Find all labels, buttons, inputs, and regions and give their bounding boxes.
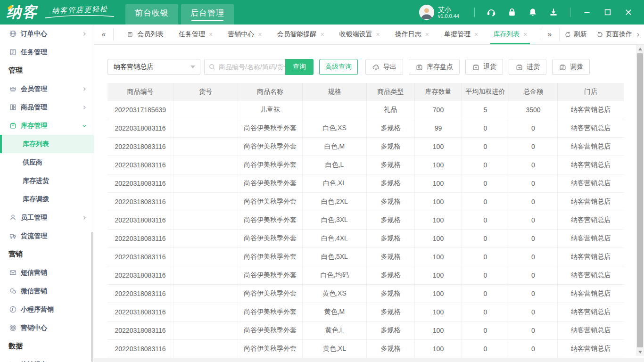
- table-cell: 0: [509, 266, 558, 285]
- return-button[interactable]: 退货: [465, 59, 503, 75]
- tab-label: 操作日志: [395, 30, 421, 39]
- tab-close-icon[interactable]: ×: [209, 31, 213, 38]
- tab-document-mgmt[interactable]: 单据管理×: [437, 25, 486, 44]
- sidebar-subitem-inventory-transfer[interactable]: 库存调拨: [0, 190, 94, 208]
- sidebar-item-label: 会员管理: [21, 85, 82, 93]
- content: 纳客营销总店 查询 高级查询 导出库存盘点退货进货调拨: [94, 45, 644, 362]
- table-cell: 20220318083116: [107, 193, 173, 211]
- scrollbar-thumb[interactable]: [637, 53, 643, 347]
- table-row[interactable]: 20220318083116尚谷伊美秋季外套黄色,XL多规格10000纳客营销总…: [107, 340, 624, 358]
- tabs-expand-button[interactable]: »: [540, 25, 559, 44]
- bell-icon[interactable]: [525, 4, 541, 20]
- minimize-icon[interactable]: [579, 5, 595, 19]
- tab-member-smart-remind[interactable]: 会员智能提醒×: [269, 25, 331, 44]
- support-headset-icon[interactable]: [483, 4, 499, 20]
- table-row[interactable]: 20220318083116尚谷伊美秋季外套白色,均码多规格10000纳客营销总…: [107, 266, 624, 285]
- table-row[interactable]: 20220318083116尚谷伊美秋季外套白色,2XL多规格10000纳客营销…: [107, 193, 624, 211]
- sidebar-subitem-inventory-list[interactable]: 库存列表: [0, 135, 94, 153]
- purchase-button[interactable]: 进货: [509, 59, 546, 75]
- advanced-query-button[interactable]: 高级查询: [319, 59, 358, 75]
- scroll-down-icon[interactable]: [636, 348, 644, 356]
- sidebar-item-marketing-center[interactable]: 营销中心: [0, 319, 94, 337]
- table-row[interactable]: 20220318083116尚谷伊美秋季外套黄色,XS多规格10000纳客营销总…: [107, 285, 624, 303]
- tab-cashier-settings[interactable]: 收银端设置×: [332, 25, 388, 44]
- sidebar-item-staff-mgmt[interactable]: 员工管理: [0, 208, 94, 227]
- sidebar: 订单中心任务管理管理会员管理商品管理库存管理库存列表供应商库存进货库存调拨员工管…: [0, 25, 94, 362]
- tab-close-icon[interactable]: ×: [474, 31, 478, 38]
- user-box[interactable]: 艾小 v1.0.0.44: [419, 5, 459, 20]
- table-row[interactable]: 20220318083116尚谷伊美秋季外套白色,3XL多规格10000纳客营销…: [107, 211, 624, 230]
- sidebar-item-wechat-marketing[interactable]: 微信营销: [0, 282, 94, 300]
- sidebar-item-sms-marketing[interactable]: 短信营销: [0, 263, 94, 282]
- table-cell: 0: [509, 340, 558, 358]
- table-row[interactable]: 20220318083116尚谷伊美秋季外套黄色,M多规格10000纳客营销总店: [107, 303, 624, 321]
- page-operations-button[interactable]: 页面操作: [592, 30, 637, 39]
- store-select[interactable]: 纳客营销总店: [107, 59, 200, 75]
- stocktake-button[interactable]: 库存盘点: [409, 59, 460, 75]
- table-cell: 多规格: [367, 119, 415, 138]
- tab-task-mgmt[interactable]: 任务管理×: [171, 25, 220, 44]
- table-cell: [173, 321, 238, 340]
- sidebar-item-logistics-mgmt[interactable]: 货流管理: [0, 227, 94, 245]
- table-row[interactable]: 20220318083116尚谷伊美秋季外套白色,XL多规格10000纳客营销总…: [107, 174, 624, 193]
- table-cell: [173, 174, 238, 193]
- sidebar-item-miniprogram-marketing[interactable]: 小程序营销: [0, 300, 94, 319]
- table-cell: 纳客营销总店: [558, 248, 624, 266]
- nav-front-cashier-button[interactable]: 前台收银: [125, 4, 178, 25]
- topbar-right: 艾小 v1.0.0.44: [419, 4, 644, 20]
- sidebar-item-product-mgmt[interactable]: 商品管理: [0, 98, 94, 116]
- download-icon[interactable]: [545, 4, 561, 20]
- table-row[interactable]: 20220318083116尚谷伊美秋季外套白色,L多规格10000纳客营销总店: [107, 156, 624, 174]
- scroll-up-icon[interactable]: [636, 45, 644, 53]
- sidebar-item-label: 库存管理: [21, 122, 82, 130]
- page-operations-more-icon[interactable]: ›: [637, 30, 641, 39]
- lock-icon[interactable]: [504, 4, 520, 20]
- nav-backend-admin-button[interactable]: 后台管理: [181, 4, 234, 25]
- table-cell: 3500: [509, 101, 558, 119]
- sidebar-scrollbar-thumb[interactable]: [91, 232, 93, 362]
- table-cell: 0: [462, 211, 509, 230]
- maximize-icon[interactable]: [600, 5, 616, 19]
- table-row[interactable]: 20220318083116尚谷伊美秋季外套白色,M多规格10000纳客营销总店: [107, 138, 624, 156]
- refresh-button[interactable]: 刷新: [560, 30, 592, 39]
- sidebar-item-inventory-mgmt[interactable]: 库存管理: [0, 116, 94, 135]
- sidebar-item-task-mgmt[interactable]: 任务管理: [0, 43, 94, 61]
- close-icon[interactable]: [620, 5, 636, 19]
- tab-marketing-center[interactable]: 营销中心×: [220, 25, 269, 44]
- tab-close-icon[interactable]: ×: [376, 31, 380, 38]
- tab-label: 收银端设置: [339, 30, 372, 39]
- tab-close-icon[interactable]: ×: [320, 31, 324, 38]
- search-input[interactable]: [205, 59, 285, 74]
- table-cell: [173, 266, 238, 285]
- tab-close-icon[interactable]: ×: [425, 31, 429, 38]
- sidebar-item-statistics-report[interactable]: 统计报表: [0, 355, 94, 362]
- table-row[interactable]: 20220318083116尚谷伊美秋季外套白色,4XL多规格10000纳客营销…: [107, 230, 624, 248]
- sidebar-item-order-center[interactable]: 订单中心: [0, 25, 94, 43]
- transfer-button[interactable]: 调拨: [552, 59, 590, 75]
- sidebar-section-marketing: 营销: [0, 245, 94, 263]
- tab-close-icon[interactable]: ×: [523, 31, 527, 38]
- table-row[interactable]: 20220318083116尚谷伊美秋季外套白色,XS多规格9900纳客营销总店: [107, 119, 624, 138]
- tabs-collapse-button[interactable]: «: [94, 25, 113, 44]
- sidebar-subitem-supplier[interactable]: 供应商: [0, 153, 94, 172]
- tab-label: 营销中心: [228, 30, 254, 39]
- table-cell: 纳客营销总店: [558, 285, 624, 303]
- tab-close-icon[interactable]: ×: [258, 31, 262, 38]
- tab-operation-log[interactable]: 操作日志×: [388, 25, 437, 44]
- table-cell: 0: [462, 119, 509, 138]
- export-button[interactable]: 导出: [365, 59, 403, 75]
- column-header: 规格: [303, 83, 367, 101]
- query-button[interactable]: 查询: [285, 59, 314, 75]
- tab-inventory-list[interactable]: 库存列表×: [486, 25, 535, 44]
- person-icon: [8, 214, 17, 222]
- table-row[interactable]: 20220317185639儿童袜礼品70053500纳客营销总店: [107, 101, 624, 119]
- table-row[interactable]: 20220318083116尚谷伊美秋季外套白色,5XL多规格10000纳客营销…: [107, 248, 624, 266]
- tab-label: 会员列表: [137, 30, 164, 39]
- table-cell: 尚谷伊美秋季外套: [238, 266, 303, 285]
- sidebar-subitem-inventory-purchase[interactable]: 库存进货: [0, 172, 94, 190]
- sidebar-item-member-mgmt[interactable]: 会员管理: [0, 80, 94, 98]
- tab-member-list[interactable]: 会员列表: [119, 25, 171, 44]
- table-cell: 多规格: [367, 211, 415, 230]
- table-row[interactable]: 20220318083116尚谷伊美秋季外套黄色,L多规格10000纳客营销总店: [107, 321, 624, 340]
- topbar: 纳客 纳客管店更轻松 前台收银 后台管理 艾小: [0, 0, 644, 25]
